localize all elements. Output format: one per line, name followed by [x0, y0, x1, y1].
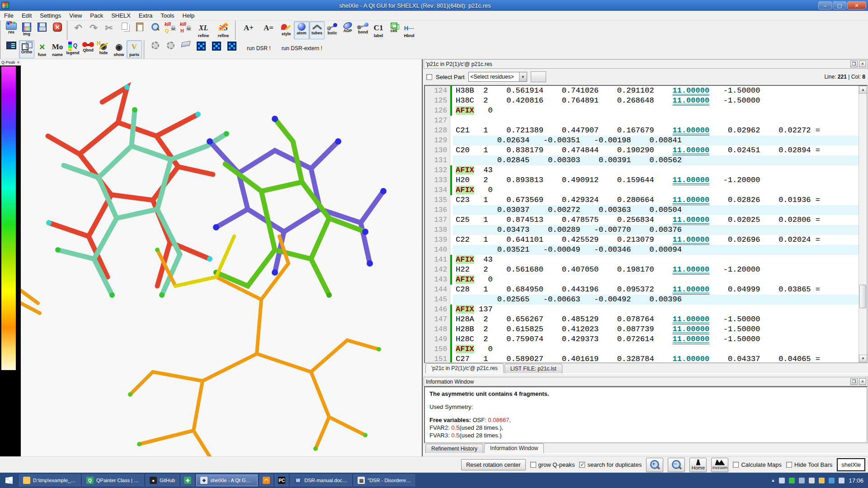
bond-mode-button[interactable]: bond	[355, 21, 371, 39]
menu-view[interactable]: View	[65, 11, 86, 20]
editor-line-128[interactable]: 128C21 1 0.721389 0.447907 0.167679 11.0…	[425, 126, 859, 136]
taskbar-item-firefox[interactable]: ◠	[259, 474, 273, 486]
menu-pack[interactable]: Pack	[86, 11, 107, 20]
tray-flag-icon[interactable]	[829, 478, 835, 483]
editor-close-button[interactable]: ×	[859, 61, 866, 67]
font-increase-button[interactable]: A+	[239, 21, 259, 39]
rename-button[interactable]: Moname	[50, 40, 65, 58]
show-all-button[interactable]: ◉show	[111, 40, 127, 58]
editor-line-125[interactable]: 125H38C 2 0.420816 0.764891 0.268648 11.…	[425, 96, 859, 106]
taskbar-item-qt[interactable]: QQPainter Class | Qt G...	[82, 474, 144, 486]
hide-hydrogens-button[interactable]: ◉hide	[96, 40, 111, 58]
editor-line-129[interactable]: 129 0.02634 -0.00351 -0.00198 0.00841	[425, 136, 859, 145]
kill-q-peaks-button[interactable]: kill☠Q	[163, 21, 178, 39]
editor-line-126[interactable]: 126AFIX 0	[425, 106, 859, 116]
editor-line-134[interactable]: 134AFIX 0	[425, 185, 859, 195]
taskbar-item-word[interactable]: WDSR-manual.docx - ...	[290, 474, 352, 486]
editor-line-148[interactable]: 148H28B 2 0.615825 0.412023 0.087739 11.…	[425, 324, 859, 334]
menu-tools[interactable]: Tools	[156, 11, 178, 20]
maximize-button[interactable]: ▢	[833, 1, 846, 9]
tray-volume-icon[interactable]	[839, 478, 844, 483]
menu-shelx[interactable]: SHELX	[107, 11, 135, 20]
editor-line-150[interactable]: 150AFIX 0	[425, 344, 859, 354]
home-button[interactable]: Home	[689, 458, 707, 472]
tray-expander-icon[interactable]: ▲	[771, 478, 775, 483]
adp-mode-button[interactable]: ADP	[340, 21, 355, 39]
screenshot-2-button[interactable]	[163, 40, 178, 58]
qpeak-close-icon[interactable]: ×	[17, 60, 19, 65]
find-button[interactable]	[147, 21, 163, 39]
taskbar-item-folder[interactable]: D:\tmp\example_ne...	[19, 474, 80, 486]
eraser-button[interactable]	[178, 40, 193, 58]
peak-legend-button[interactable]: legend	[65, 40, 80, 58]
residues-aux-button[interactable]	[531, 71, 546, 82]
calculate-maps-checkbox[interactable]: Calculate Maps	[733, 461, 782, 468]
undo-button[interactable]: ↶	[71, 21, 86, 39]
copy-button[interactable]	[117, 21, 132, 39]
editor-line-141[interactable]: 141AFIX 43	[425, 255, 859, 265]
editor-line-130[interactable]: 130C20 1 0.838179 0.474844 0.190290 11.0…	[425, 145, 859, 155]
fuse-grow-button[interactable]: ✕fuse	[34, 40, 50, 58]
taskbar-item-shelxle[interactable]: ❖shelXle - A Qt GUI fo...	[196, 474, 258, 486]
editor-line-142[interactable]: 142H22 2 0.561680 0.407050 0.198170 11.0…	[425, 265, 859, 275]
molecule-viewer[interactable]	[21, 59, 423, 456]
labels-toggle-button[interactable]: C1label	[371, 21, 386, 39]
tray-green-status-icon[interactable]	[789, 478, 795, 483]
tray-chrome-icon[interactable]	[819, 478, 825, 483]
menu-file[interactable]: File	[0, 11, 18, 20]
symmetry-pattern-3-button[interactable]	[224, 40, 240, 58]
editor-line-146[interactable]: 146AFIX 137	[425, 305, 859, 314]
shelxle-button[interactable]: shelXle	[837, 458, 865, 471]
minimize-button[interactable]: –	[818, 1, 832, 9]
info-float-button[interactable]: ❒	[850, 378, 858, 385]
kill-hydrogens-button[interactable]: kill☠H	[178, 21, 193, 39]
parts-button[interactable]: Vparts	[127, 40, 142, 58]
editor-line-132[interactable]: 132AFIX 43	[425, 165, 859, 175]
ortho-view-button[interactable]	[4, 40, 19, 58]
select-part-checkbox[interactable]	[426, 74, 432, 80]
taskbar-clock[interactable]: 17:06	[849, 477, 863, 484]
menu-edit[interactable]: Edit	[18, 11, 36, 20]
editor-line-149[interactable]: 149H28C 2 0.759074 0.429373 0.072614 11.…	[425, 334, 859, 344]
taskbar-item-notepad[interactable]: ▤"DSR - Disordered Str...	[354, 474, 415, 486]
scroll-up-arrow[interactable]: ▲	[859, 86, 867, 94]
menu-settings[interactable]: Settings	[36, 11, 65, 20]
open-res-button[interactable]: res	[4, 21, 19, 39]
font-decrease-button[interactable]: A=	[259, 21, 278, 39]
tray-network-icon[interactable]	[799, 478, 805, 483]
cell-toggle-button[interactable]: cell	[386, 21, 401, 39]
editor-tab-0[interactable]: 'p21c in P2(1)/c'@ p21c.res	[425, 363, 504, 373]
editor-line-143[interactable]: 143AFIX 0	[425, 275, 859, 285]
taskbar-item-green-app[interactable]: ✚	[181, 474, 194, 486]
run-shelxl-refine-button[interactable]: XLrefine	[193, 21, 213, 39]
editor-scrollbar[interactable]: ▲ ▼	[859, 86, 867, 362]
scroll-down-arrow[interactable]: ▼	[859, 355, 867, 362]
run-xs-anis-refine-button[interactable]: XSANISrefine	[213, 21, 233, 39]
hbond-toggle-button[interactable]: H···Hbnd	[401, 21, 417, 39]
zoom-out-button[interactable]: −	[668, 458, 685, 472]
atom-mode-button[interactable]: atom	[294, 21, 309, 39]
screenshot-1-button[interactable]	[147, 40, 163, 58]
reset-rotation-center-button[interactable]: Reset rotation center	[461, 459, 526, 470]
cut-button[interactable]: ✂	[101, 21, 117, 39]
title-bar[interactable]: shelXle - A Qt GUI for SHELXL (Rev: 801)…	[0, 0, 868, 11]
editor-line-145[interactable]: 145 0.02565 -0.00663 -0.00492 0.00396	[425, 295, 859, 305]
menu-extra[interactable]: Extra	[135, 11, 156, 20]
editor-line-151[interactable]: 151C27 1 0.589027 0.401619 0.328784 11.0…	[425, 354, 859, 362]
editor-float-button[interactable]: ❒	[850, 61, 858, 67]
editor-line-135[interactable]: 135C23 1 0.673569 0.429324 0.280664 11.0…	[425, 195, 859, 205]
zoom-in-button[interactable]: +	[646, 458, 663, 472]
editor-line-136[interactable]: 136 0.03037 0.00272 0.00363 0.00504	[425, 205, 859, 215]
editor-line-144[interactable]: 144C28 1 0.684950 0.443196 0.095372 11.0…	[425, 285, 859, 295]
editor-line-140[interactable]: 140 0.03521 -0.00049 -0.00346 0.00094	[425, 245, 859, 255]
symmetry-pattern-2-button[interactable]	[209, 40, 224, 58]
redo-button[interactable]: ↷	[86, 21, 101, 39]
taskbar-item-github[interactable]: ●GitHub	[146, 474, 179, 486]
tray-battery-icon[interactable]	[779, 478, 785, 483]
start-button[interactable]	[0, 473, 18, 488]
save-file-button[interactable]	[34, 21, 50, 39]
editor-line-131[interactable]: 131 0.02845 0.00303 0.00391 0.00562	[425, 155, 859, 165]
run-dsr-button[interactable]: run DSR !	[244, 43, 274, 53]
info-close-button[interactable]: ×	[859, 378, 866, 385]
grow-qpeaks-checkbox[interactable]: grow Q-peaks	[530, 461, 575, 468]
